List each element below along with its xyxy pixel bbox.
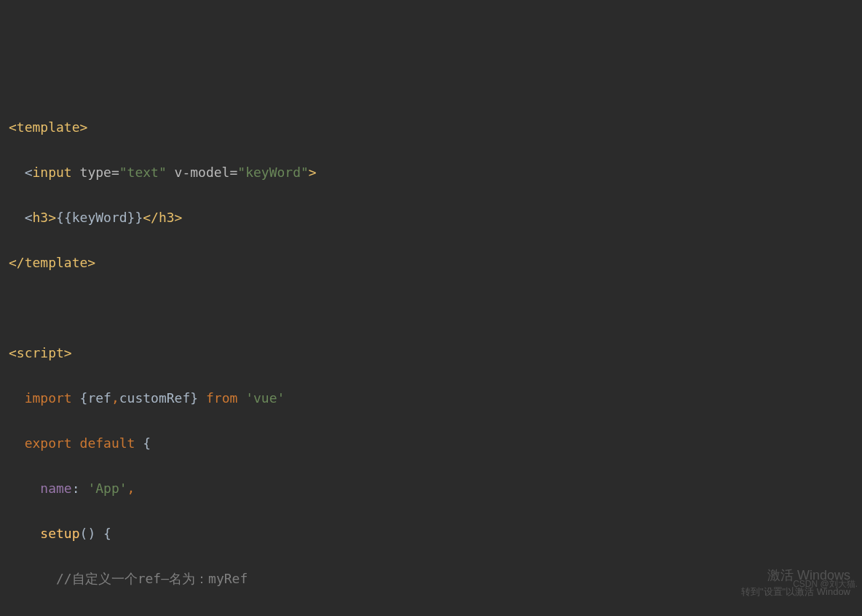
code-line: function myRef(value){	[9, 612, 862, 616]
code-line: </template>	[9, 251, 862, 274]
code-line: <input type="text" v-model="keyWord">	[9, 161, 862, 183]
code-line: <h3>{{keyWord}}</h3>	[9, 206, 862, 229]
csdn-watermark: CSDN @刘大猫.	[793, 573, 858, 596]
code-line	[9, 296, 862, 319]
code-line: name: 'App',	[9, 477, 862, 499]
code-editor[interactable]: <template> <input type="text" v-model="k…	[9, 93, 862, 616]
code-line: export default {	[9, 432, 862, 454]
code-line: import {ref,customRef} from 'vue'	[9, 387, 862, 409]
code-line: setup() {	[9, 522, 862, 545]
code-line: //自定义一个ref—名为：myRef	[9, 567, 862, 590]
code-line: <script>	[9, 341, 862, 364]
code-line: <template>	[9, 116, 862, 138]
